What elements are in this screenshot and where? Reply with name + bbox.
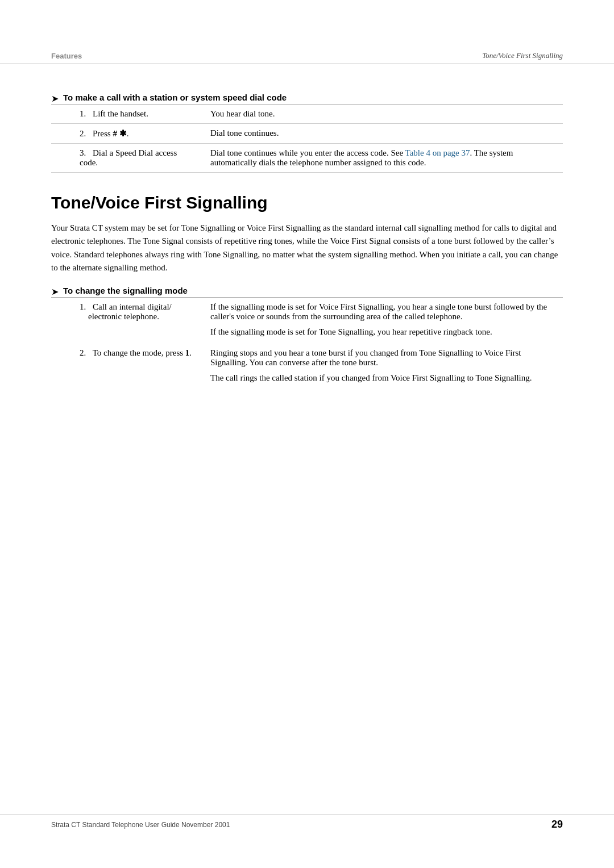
page: Features Tone/Voice First Signalling ➤ T… [0,0,614,868]
step-text: Lift the handset. [93,109,148,118]
step-action: 3. Dial a Speed Dial access code. [51,144,199,173]
step-action: 1. Call an internal digital/ electronic … [51,298,199,342]
result-paragraph-2: If the signalling mode is set for Tone S… [210,327,556,337]
step-number: 1. [80,109,86,119]
footer-document-title: Strata CT Standard Telephone User Guide … [51,821,230,829]
header-chapter-label: Tone/Voice First Signalling [482,51,563,60]
step-action: 1. Lift the handset. [51,105,199,124]
page-footer: Strata CT Standard Telephone User Guide … [0,815,614,834]
key-bold: 1 [185,348,190,357]
result-paragraph: Ringing stops and you hear a tone burst … [210,348,556,368]
step-number: 2. [80,348,86,358]
tone-voice-description: Your Strata CT system may be set for Ton… [51,222,563,274]
speed-dial-title: To make a call with a station or system … [63,93,287,102]
step-result: You hear dial tone. [199,105,563,124]
table-link: Table 4 on page 37 [405,148,470,157]
table-row: 2. To change the mode, press 1. Ringing … [51,341,563,387]
step-action: 2. To change the mode, press 1. [51,341,199,387]
step-text: Call an internal digital/ electronic tel… [80,302,172,321]
change-mode-section: ➤ To change the signalling mode [51,286,563,297]
key-code: # ✱ [113,129,126,138]
header-section-label: Features [51,52,82,60]
step-result: If the signalling mode is set for Voice … [199,298,563,342]
result-paragraph-2: The call rings the called station if you… [210,373,556,383]
speed-dial-section: ➤ To make a call with a station or syste… [51,93,563,104]
change-mode-title: To change the signalling mode [63,286,188,295]
change-mode-arrow-icon: ➤ [51,286,59,297]
footer-page-number: 29 [551,819,563,831]
speed-dial-header: ➤ To make a call with a station or syste… [51,93,563,104]
table-row: 1. Call an internal digital/ electronic … [51,298,563,342]
step-result: Ringing stops and you hear a tone burst … [199,341,563,387]
step-text: Press # ✱. [93,129,128,138]
tone-voice-title: Tone/Voice First Signalling [51,193,563,212]
step-action: 2. Press # ✱. [51,124,199,144]
step-result: Dial tone continues. [199,124,563,144]
step-text: To change the mode, press 1. [93,348,192,357]
table-row: 2. Press # ✱. Dial tone continues. [51,124,563,144]
step-result: Dial tone continues while you enter the … [199,144,563,173]
step-text: Dial a Speed Dial access code. [80,148,177,167]
step-number: 3. [80,148,86,158]
speed-dial-arrow-icon: ➤ [51,93,59,104]
speed-dial-table: 1. Lift the handset. You hear dial tone.… [51,104,563,173]
result-paragraph: If the signalling mode is set for Voice … [210,302,556,322]
change-mode-header: ➤ To change the signalling mode [51,286,563,297]
change-mode-table: 1. Call an internal digital/ electronic … [51,297,563,387]
page-content: ➤ To make a call with a station or syste… [0,64,614,433]
step-number: 2. [80,129,86,139]
table-row: 3. Dial a Speed Dial access code. Dial t… [51,144,563,173]
page-header: Features Tone/Voice First Signalling [0,0,614,64]
step-number: 1. [80,302,86,312]
table-row: 1. Lift the handset. You hear dial tone. [51,105,563,124]
